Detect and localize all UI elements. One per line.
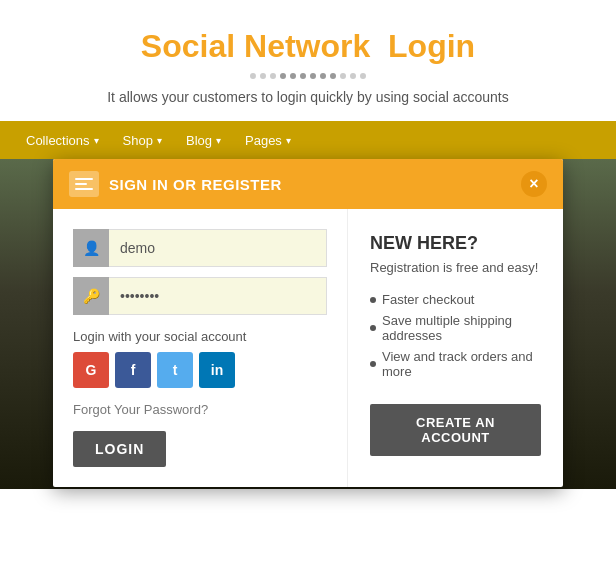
benefit-text: View and track orders and more	[382, 349, 541, 379]
modal-header: SIGN IN OR REGISTER ×	[53, 159, 563, 209]
title-part1: Social Network	[141, 28, 370, 64]
lock-icon: 🔑	[73, 277, 109, 315]
linkedin-login-button[interactable]: in	[199, 352, 235, 388]
modal-left-panel: 👤 🔑 Login with your social account G f t…	[53, 209, 348, 487]
page-title: Social Network Login	[20, 28, 596, 65]
dot	[360, 73, 366, 79]
list-icon	[75, 178, 93, 190]
nav-pages[interactable]: Pages ▾	[235, 125, 301, 156]
new-here-title: NEW HERE?	[370, 233, 541, 254]
navbar: Collections ▾ Shop ▾ Blog ▾ Pages ▾	[0, 121, 616, 159]
dots-decoration	[20, 73, 596, 79]
dot	[290, 73, 296, 79]
chevron-down-icon: ▾	[286, 135, 291, 146]
dot	[280, 73, 286, 79]
dot	[260, 73, 266, 79]
dot	[340, 73, 346, 79]
bullet-icon	[370, 325, 376, 331]
dot	[350, 73, 356, 79]
new-here-subtitle: Registration is free and easy!	[370, 260, 541, 275]
dot	[320, 73, 326, 79]
dot	[310, 73, 316, 79]
benefit-text: Faster checkout	[382, 292, 475, 307]
title-part2: Login	[388, 28, 475, 64]
dot	[250, 73, 256, 79]
list-item: Save multiple shipping addresses	[370, 310, 541, 346]
benefit-text: Save multiple shipping addresses	[382, 313, 541, 343]
header-section: Social Network Login It allows your cust…	[0, 0, 616, 121]
password-input[interactable]	[73, 277, 327, 315]
user-icon: 👤	[73, 229, 109, 267]
modal-body: 👤 🔑 Login with your social account G f t…	[53, 209, 563, 487]
login-modal: SIGN IN OR REGISTER × 👤 🔑 Login with you…	[53, 159, 563, 487]
nav-collections[interactable]: Collections ▾	[16, 125, 109, 156]
chevron-down-icon: ▾	[157, 135, 162, 146]
modal-icon-box	[69, 171, 99, 197]
create-account-button[interactable]: CREATE AN ACCOUNT	[370, 404, 541, 456]
list-item: View and track orders and more	[370, 346, 541, 382]
bullet-icon	[370, 297, 376, 303]
bullet-icon	[370, 361, 376, 367]
forgot-password-link[interactable]: Forgot Your Password?	[73, 402, 327, 417]
username-input-group: 👤	[73, 229, 327, 267]
modal-header-left: SIGN IN OR REGISTER	[69, 171, 282, 197]
login-button[interactable]: LOGIN	[73, 431, 166, 467]
header-subtitle: It allows your customers to login quickl…	[20, 89, 596, 105]
chevron-down-icon: ▾	[94, 135, 99, 146]
background-area: SIGN IN OR REGISTER × 👤 🔑 Login with you…	[0, 159, 616, 489]
nav-blog[interactable]: Blog ▾	[176, 125, 231, 156]
benefit-list: Faster checkout Save multiple shipping a…	[370, 289, 541, 382]
close-button[interactable]: ×	[521, 171, 547, 197]
twitter-login-button[interactable]: t	[157, 352, 193, 388]
chevron-down-icon: ▾	[216, 135, 221, 146]
google-login-button[interactable]: G	[73, 352, 109, 388]
password-input-group: 🔑	[73, 277, 327, 315]
modal-right-panel: NEW HERE? Registration is free and easy!…	[348, 209, 563, 487]
dot	[300, 73, 306, 79]
username-input[interactable]	[73, 229, 327, 267]
modal-title: SIGN IN OR REGISTER	[109, 176, 282, 193]
dot	[270, 73, 276, 79]
social-label: Login with your social account	[73, 329, 327, 344]
social-buttons: G f t in	[73, 352, 327, 388]
nav-shop[interactable]: Shop ▾	[113, 125, 172, 156]
facebook-login-button[interactable]: f	[115, 352, 151, 388]
list-item: Faster checkout	[370, 289, 541, 310]
dot	[330, 73, 336, 79]
